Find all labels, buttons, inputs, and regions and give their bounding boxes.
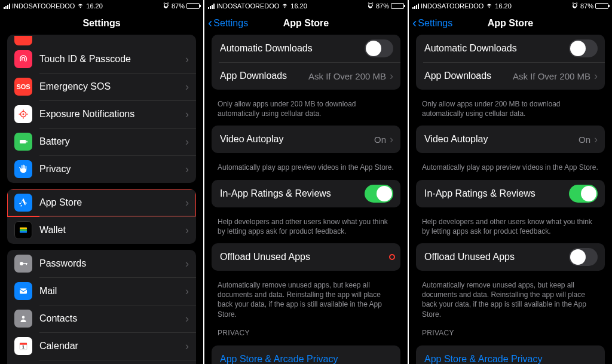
row-video-autoplay[interactable]: Video Autoplay On › [416, 126, 605, 153]
row-app-downloads[interactable]: App Downloads Ask If Over 200 MB › [212, 62, 400, 90]
battery-pct-label: 87% [172, 2, 185, 10]
nav-bar: Settings [0, 12, 203, 35]
chevron-right-icon: › [390, 133, 393, 146]
settings-row-app-store[interactable]: App Store › [7, 189, 196, 216]
appstore-scroll[interactable]: Automatic Downloads App Downloads Ask If… [409, 35, 612, 364]
hand-icon [14, 160, 32, 178]
nav-bar: ‹ Settings App Store [409, 12, 612, 35]
row-label: Mail [39, 286, 185, 296]
row-label: Automatic Downloads [424, 43, 569, 54]
page-title: App Store [283, 18, 329, 29]
time-label: 16.20 [495, 2, 512, 10]
settings-row-wallet[interactable]: Wallet › [7, 216, 196, 244]
row-label: Privacy [39, 164, 185, 175]
svg-rect-13 [26, 263, 27, 265]
row-label: In-App Ratings & Reviews [220, 188, 365, 199]
svg-rect-14 [20, 289, 27, 294]
settings-row-mail[interactable]: Mail › [7, 277, 196, 305]
toggle-in-app-ratings[interactable] [365, 185, 393, 203]
chevron-right-icon: › [185, 258, 189, 270]
row-offload-unused-apps[interactable]: Offload Unused Apps [416, 243, 605, 271]
row-label: Automatic Downloads [220, 43, 365, 54]
page-title: App Store [488, 18, 533, 29]
row-app-downloads[interactable]: App Downloads Ask If Over 200 MB › [416, 62, 605, 90]
settings-row-cutoff[interactable] [7, 35, 196, 45]
status-bar: INDOSATOOREDOO 16.20 87% [409, 0, 612, 12]
row-automatic-downloads[interactable]: Automatic Downloads [416, 35, 605, 62]
phone-appstore-on: INDOSATOOREDOO 16.20 87% ‹ Settings App … [204, 0, 408, 364]
settings-row-touch-id[interactable]: Touch ID & Passcode › [7, 45, 196, 73]
signal-icon [412, 4, 419, 9]
toggle-in-app-ratings[interactable] [569, 185, 598, 203]
settings-row-privacy[interactable]: Privacy › [7, 155, 196, 183]
back-button[interactable]: ‹ Settings [412, 12, 452, 35]
chevron-right-icon: › [185, 224, 189, 237]
row-video-autoplay[interactable]: Video Autoplay On › [212, 126, 400, 153]
group-ratings: In-App Ratings & Reviews [416, 180, 605, 207]
back-button[interactable]: ‹ Settings [208, 12, 248, 35]
row-appstore-privacy[interactable]: App Store & Arcade Privacy [416, 345, 605, 364]
chevron-right-icon: › [185, 340, 189, 353]
battery-icon [595, 3, 608, 9]
chevron-right-icon: › [185, 163, 189, 176]
row-in-app-ratings[interactable]: In-App Ratings & Reviews [416, 180, 605, 207]
chevron-right-icon: › [594, 70, 598, 82]
row-detail: Ask If Over 200 MB [513, 71, 590, 81]
settings-row-exposure[interactable]: Exposure Notifications › [7, 100, 196, 128]
group-privacy-links: App Store & Arcade Privacy Personalized … [416, 345, 605, 364]
row-label: App Downloads [220, 71, 308, 81]
status-bar: INDOSATOOREDOO 16.20 87% [204, 0, 408, 12]
page-title: Settings [82, 18, 120, 29]
wifi-icon [76, 1, 84, 11]
row-in-app-ratings[interactable]: In-App Ratings & Reviews [212, 180, 400, 207]
group-downloads: Automatic Downloads App Downloads Ask If… [416, 35, 605, 90]
appstore-scroll[interactable]: Automatic Downloads App Downloads Ask If… [204, 35, 408, 364]
row-detail: On [579, 134, 590, 145]
row-label: App Store & Arcade Privacy [220, 354, 393, 364]
settings-group-security: Touch ID & Passcode › SOS Emergency SOS … [7, 35, 196, 183]
chevron-right-icon: › [185, 136, 189, 148]
row-detail: On [374, 134, 386, 145]
row-appstore-privacy[interactable]: App Store & Arcade Privacy [212, 345, 400, 364]
battery-icon [186, 3, 200, 9]
signal-icon [208, 4, 215, 9]
row-label: Calendar [39, 341, 185, 351]
fingerprint-icon [14, 50, 32, 68]
exposure-icon [14, 105, 32, 123]
settings-row-notes[interactable]: Notes › [7, 360, 196, 364]
footer-offload: Automatically remove unused apps, but ke… [409, 277, 612, 320]
toggle-automatic-downloads[interactable] [365, 39, 393, 57]
toggle-automatic-downloads[interactable] [569, 39, 598, 57]
header-privacy: Privacy [204, 320, 408, 339]
settings-scroll[interactable]: Touch ID & Passcode › SOS Emergency SOS … [0, 35, 203, 364]
row-label: App Downloads [424, 71, 513, 81]
footer-cellular: Only allow apps under 200 MB to download… [409, 96, 612, 120]
row-label: In-App Ratings & Reviews [424, 188, 569, 199]
svg-rect-7 [26, 141, 27, 143]
chevron-right-icon: › [390, 70, 393, 82]
settings-row-battery[interactable]: Battery › [7, 128, 196, 155]
row-label: Offload Unused Apps [424, 252, 569, 262]
footer-offload: Automatically remove unused apps, but ke… [204, 277, 408, 320]
toggle-offload[interactable] [569, 248, 598, 266]
settings-group-store: App Store › Wallet › [7, 189, 196, 244]
row-offload-unused-apps[interactable]: Offload Unused Apps [212, 243, 400, 271]
settings-row-passwords[interactable]: Passwords › [7, 250, 196, 277]
key-icon [14, 255, 32, 273]
settings-row-calendar[interactable]: 1 Calendar › [7, 332, 196, 360]
row-label: Video Autoplay [424, 134, 579, 145]
carrier-label: INDOSATOOREDOO [216, 2, 279, 10]
time-label: 16.20 [290, 2, 307, 10]
wifi-icon [485, 1, 493, 11]
group-ratings: In-App Ratings & Reviews [212, 180, 400, 207]
row-automatic-downloads[interactable]: Automatic Downloads [212, 35, 400, 62]
chevron-right-icon: › [185, 197, 189, 209]
settings-row-contacts[interactable]: Contacts › [7, 305, 196, 332]
row-label: Contacts [39, 313, 185, 324]
carrier-label: INDOSATOOREDOO [421, 2, 484, 10]
settings-row-emergency-sos[interactable]: SOS Emergency SOS › [7, 73, 196, 100]
chevron-right-icon: › [185, 313, 189, 325]
mail-icon [14, 282, 32, 300]
group-video: Video Autoplay On › [212, 126, 400, 153]
svg-rect-10 [20, 231, 27, 233]
